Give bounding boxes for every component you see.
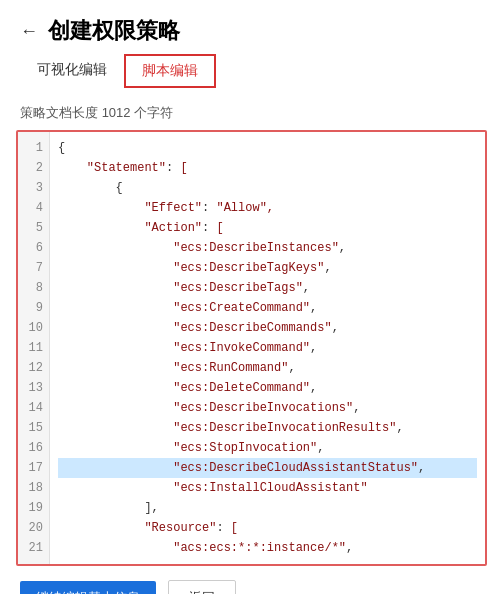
code-line: "ecs:DescribeInvocations", (58, 398, 477, 418)
code-line: "Resource": [ (58, 518, 477, 538)
line-number: 12 (18, 358, 49, 378)
code-line: "ecs:StopInvocation", (58, 438, 477, 458)
code-line: "ecs:DescribeInstances", (58, 238, 477, 258)
line-number: 13 (18, 378, 49, 398)
code-line: "Action": [ (58, 218, 477, 238)
code-line: "Statement": [ (58, 158, 477, 178)
code-line: "ecs:DescribeInvocationResults", (58, 418, 477, 438)
line-number: 18 (18, 478, 49, 498)
code-line: "ecs:DescribeCommands", (58, 318, 477, 338)
code-line: "Effect": "Allow", (58, 198, 477, 218)
line-number: 21 (18, 538, 49, 558)
code-line: "ecs:RunCommand", (58, 358, 477, 378)
line-number: 9 (18, 298, 49, 318)
code-area: 123456789101112131415161718192021 { "Sta… (18, 132, 485, 564)
code-line: ], (58, 498, 477, 518)
line-numbers: 123456789101112131415161718192021 (18, 132, 50, 564)
policy-info: 策略文档长度 1012 个字符 (0, 100, 503, 130)
policy-length-label: 策略文档长度 (20, 105, 98, 120)
code-line: "ecs:DeleteCommand", (58, 378, 477, 398)
line-number: 6 (18, 238, 49, 258)
tab-visual[interactable]: 可视化编辑 (20, 54, 124, 88)
line-number: 16 (18, 438, 49, 458)
line-number: 15 (18, 418, 49, 438)
continue-button[interactable]: 继续编辑基本信息 (20, 581, 156, 594)
back-button[interactable]: 返回 (168, 580, 236, 594)
editor-container[interactable]: 123456789101112131415161718192021 { "Sta… (16, 130, 487, 566)
tabs: 可视化编辑 脚本编辑 (0, 54, 503, 88)
code-line: "ecs:DescribeTagKeys", (58, 258, 477, 278)
tab-script[interactable]: 脚本编辑 (124, 54, 216, 88)
code-line: "ecs:DescribeTags", (58, 278, 477, 298)
code-line: "ecs:InvokeCommand", (58, 338, 477, 358)
code-line: "acs:ecs:*:*:instance/*", (58, 538, 477, 558)
line-number: 19 (18, 498, 49, 518)
code-line: "ecs:CreateCommand", (58, 298, 477, 318)
back-icon[interactable]: ← (20, 21, 38, 42)
page-title: 创建权限策略 (48, 16, 180, 46)
line-number: 7 (18, 258, 49, 278)
line-number: 1 (18, 138, 49, 158)
line-number: 11 (18, 338, 49, 358)
line-number: 2 (18, 158, 49, 178)
code-line: { (58, 178, 477, 198)
line-number: 3 (18, 178, 49, 198)
line-number: 10 (18, 318, 49, 338)
line-number: 20 (18, 518, 49, 538)
policy-length-count: 1012 (102, 105, 131, 120)
line-number: 14 (18, 398, 49, 418)
line-number: 5 (18, 218, 49, 238)
line-number: 8 (18, 278, 49, 298)
code-line: "ecs:DescribeCloudAssistantStatus", (58, 458, 477, 478)
code-line: { (58, 138, 477, 158)
code-content[interactable]: { "Statement": [ { "Effect": "Allow", "A… (50, 132, 485, 564)
line-number: 17 (18, 458, 49, 478)
header: ← 创建权限策略 (0, 0, 503, 54)
policy-length-unit: 个字符 (134, 105, 173, 120)
line-number: 4 (18, 198, 49, 218)
code-line: "ecs:InstallCloudAssistant" (58, 478, 477, 498)
page-container: ← 创建权限策略 可视化编辑 脚本编辑 策略文档长度 1012 个字符 1234… (0, 0, 503, 594)
footer: 继续编辑基本信息 返回 (0, 566, 503, 594)
